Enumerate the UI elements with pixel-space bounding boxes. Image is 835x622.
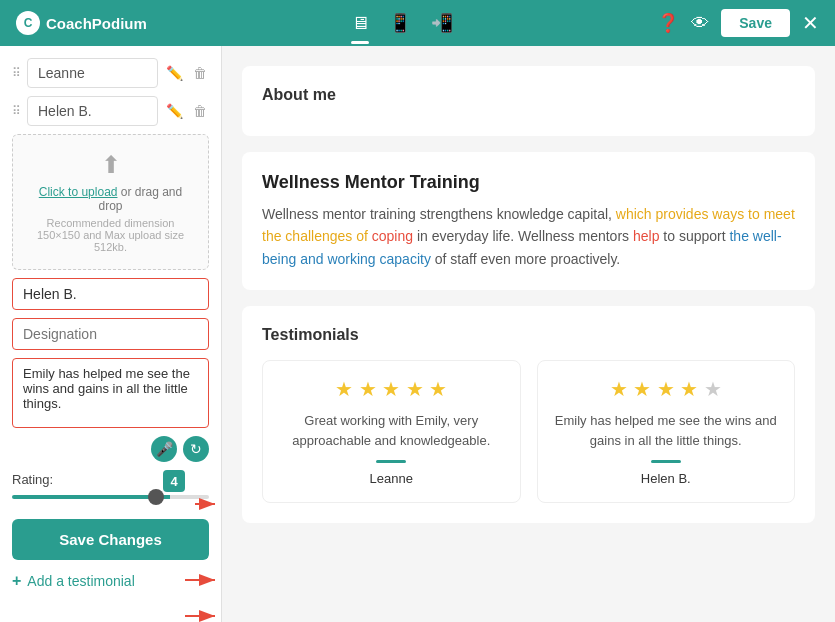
help-icon[interactable]: ❓ <box>657 12 679 34</box>
tablet-icon[interactable]: 📱 <box>389 12 411 34</box>
drag-handle-1[interactable]: ⠿ <box>12 66 21 80</box>
mic-button[interactable]: 🎤 <box>151 436 177 462</box>
about-title: About me <box>262 86 795 104</box>
star-1: ★ <box>335 378 353 400</box>
desktop-icon[interactable]: 🖥 <box>351 13 369 34</box>
logo-icon: C <box>24 16 33 30</box>
name-input[interactable] <box>12 278 209 310</box>
wellness-text: Wellness mentor training strengthens kno… <box>262 203 795 270</box>
upload-hint: Recommended dimension 150×150 and Max up… <box>29 217 192 253</box>
close-button[interactable]: ✕ <box>802 11 819 35</box>
refresh-button[interactable]: ↻ <box>183 436 209 462</box>
star-3: ★ <box>382 378 400 400</box>
save-changes-button[interactable]: Save Changes <box>12 519 209 560</box>
header: C CoachPodium 🖥 📱 📲 ❓ 👁 Save ✕ <box>0 0 835 46</box>
edit-leanne-button[interactable]: ✏️ <box>164 63 185 83</box>
testimonial-textarea[interactable]: Emily has helped me see the wins and gai… <box>12 358 209 428</box>
rating-range[interactable] <box>12 495 209 499</box>
mobile-icon[interactable]: 📲 <box>431 12 453 34</box>
main-layout: ⠿ Leanne ✏️ 🗑 ⠿ Helen B. ✏️ 🗑 ⬆ Click to… <box>0 46 835 622</box>
plus-icon: + <box>12 572 21 590</box>
testimonial-card-helen: ★ ★ ★ ★ ★ Emily has helped me see the wi… <box>537 360 796 503</box>
save-button-header[interactable]: Save <box>721 9 790 37</box>
content-area: About me Wellness Mentor Training Wellne… <box>222 46 835 622</box>
star-2: ★ <box>359 378 377 400</box>
testimonial-item-helen: ⠿ Helen B. ✏️ 🗑 <box>12 96 209 126</box>
header-right: ❓ 👁 Save ✕ <box>657 9 819 37</box>
logo-circle: C <box>16 11 40 35</box>
upload-link[interactable]: Click to upload <box>39 185 118 199</box>
eye-icon[interactable]: 👁 <box>691 13 709 34</box>
testimonial-text-helen: Emily has helped me see the wins and gai… <box>554 411 779 450</box>
divider-leanne <box>376 460 406 463</box>
rating-label: Rating: <box>12 472 53 487</box>
testimonial-name-helen: Helen B. <box>554 471 779 486</box>
upload-area[interactable]: ⬆ Click to upload or drag and drop Recom… <box>12 134 209 270</box>
star-h4: ★ <box>680 378 698 400</box>
edit-helen-button[interactable]: ✏️ <box>164 101 185 121</box>
star-h1: ★ <box>610 378 628 400</box>
testimonials-section: Testimonials ★ ★ ★ ★ ★ Great working wit… <box>242 306 815 523</box>
delete-helen-button[interactable]: 🗑 <box>191 101 209 121</box>
testimonial-card-leanne: ★ ★ ★ ★ ★ Great working with Emily, very… <box>262 360 521 503</box>
rating-section: Rating: 4 <box>12 472 209 499</box>
drag-handle-2[interactable]: ⠿ <box>12 104 21 118</box>
testimonial-text-leanne: Great working with Emily, very approacha… <box>279 411 504 450</box>
star-h5: ★ <box>704 378 722 400</box>
star-h3: ★ <box>657 378 675 400</box>
divider-helen <box>651 460 681 463</box>
testimonials-title: Testimonials <box>262 326 795 344</box>
upload-icon: ⬆ <box>29 151 192 179</box>
testimonial-name-leanne: Leanne <box>279 471 504 486</box>
header-device-icons: 🖥 📱 📲 <box>351 12 453 34</box>
logo-text: CoachPodium <box>46 15 147 32</box>
testimonials-grid: ★ ★ ★ ★ ★ Great working with Emily, very… <box>262 360 795 503</box>
testimonial-tag-helen: Helen B. <box>27 96 158 126</box>
stars-helen: ★ ★ ★ ★ ★ <box>554 377 779 401</box>
delete-leanne-button[interactable]: 🗑 <box>191 63 209 83</box>
name-field-group <box>12 278 209 310</box>
wellness-title: Wellness Mentor Training <box>262 172 795 193</box>
designation-input[interactable] <box>12 318 209 350</box>
testimonial-item-leanne: ⠿ Leanne ✏️ 🗑 <box>12 58 209 88</box>
testimonial-text-group: Emily has helped me see the wins and gai… <box>12 358 209 462</box>
stars-leanne: ★ ★ ★ ★ ★ <box>279 377 504 401</box>
logo: C CoachPodium <box>16 11 147 35</box>
testimonial-tag-leanne: Leanne <box>27 58 158 88</box>
add-testimonial-label: Add a testimonial <box>27 573 134 589</box>
range-wrapper <box>12 495 209 499</box>
star-h2: ★ <box>633 378 651 400</box>
sidebar: ⠿ Leanne ✏️ 🗑 ⠿ Helen B. ✏️ 🗑 ⬆ Click to… <box>0 46 222 622</box>
textarea-actions: 🎤 ↻ <box>12 436 209 462</box>
wellness-card: Wellness Mentor Training Wellness mentor… <box>242 152 815 290</box>
upload-text: Click to upload or drag and drop <box>29 185 192 213</box>
about-section: About me <box>242 66 815 136</box>
star-5: ★ <box>429 378 447 400</box>
designation-field-group <box>12 318 209 350</box>
add-testimonial[interactable]: + Add a testimonial <box>12 568 209 594</box>
rating-badge: 4 <box>163 470 185 492</box>
star-4: ★ <box>406 378 424 400</box>
